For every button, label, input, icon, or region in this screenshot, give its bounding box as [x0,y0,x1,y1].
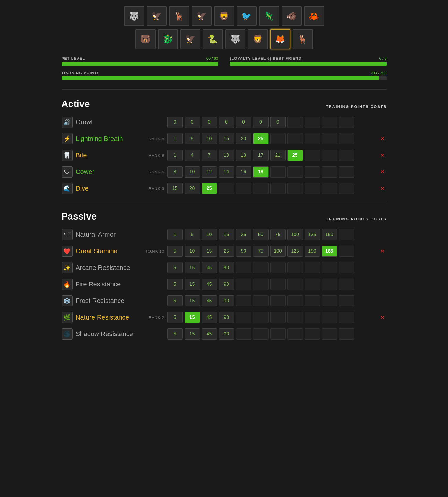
pet-icon-pet-15[interactable]: 🦁 [248,29,268,49]
cost-cell-nature-resistance-2[interactable]: 45 [202,312,217,323]
pet-icon-pet-12[interactable]: 🦅 [180,29,200,49]
cost-cell-cower-0[interactable]: 8 [167,166,183,178]
cost-cell-growl-6[interactable]: 0 [270,117,286,128]
cost-cell-nature-resistance-3[interactable]: 90 [219,312,234,323]
cost-cell-fire-resistance-0[interactable]: 5 [167,279,183,290]
pet-icon-pet-9[interactable]: 🦀 [304,6,324,26]
cost-cell-natural-armor-5[interactable]: 50 [253,229,269,240]
cost-cell-arcane-resistance-3[interactable]: 90 [219,262,234,273]
cost-cell-empty [270,166,286,178]
cost-cell-bite-7[interactable]: 25 [287,150,303,161]
pet-icon-pet-6[interactable]: 🐦 [237,6,257,26]
cost-cell-great-stamina-1[interactable]: 10 [185,246,200,257]
pet-icon-pet-7[interactable]: 🦎 [259,6,279,26]
cost-cell-natural-armor-3[interactable]: 15 [219,229,234,240]
cost-cell-fire-resistance-3[interactable]: 90 [219,279,234,290]
cost-cell-natural-armor-2[interactable]: 10 [202,229,217,240]
cost-cell-cower-5[interactable]: 18 [253,166,269,178]
cost-cell-great-stamina-7[interactable]: 125 [287,246,303,257]
cost-cell-great-stamina-4[interactable]: 50 [236,246,251,257]
cost-cell-bite-0[interactable]: 1 [167,150,183,161]
cost-cell-growl-0[interactable]: 0 [167,117,183,128]
cost-cell-bite-2[interactable]: 7 [202,150,217,161]
cost-cell-growl-1[interactable]: 0 [185,117,200,128]
cost-cell-natural-armor-0[interactable]: 1 [167,229,183,240]
cost-cell-frost-resistance-1[interactable]: 15 [185,295,200,306]
cost-cell-great-stamina-0[interactable]: 5 [167,246,183,257]
pet-icon-pet-16[interactable]: 🦊 [270,29,290,49]
cost-cell-bite-3[interactable]: 10 [219,150,234,161]
cost-cell-dive-1[interactable]: 20 [185,183,200,194]
cost-cell-natural-armor-8[interactable]: 125 [305,229,320,240]
cost-cell-cower-2[interactable]: 12 [202,166,217,178]
remove-btn-lightning-breath[interactable]: ✕ [379,135,387,143]
cost-cell-arcane-resistance-0[interactable]: 5 [167,262,183,273]
cost-cell-arcane-resistance-1[interactable]: 15 [185,262,200,273]
cost-cell-cower-1[interactable]: 10 [185,166,200,178]
cost-cell-lightning-breath-2[interactable]: 10 [202,133,217,144]
cost-cell-fire-resistance-2[interactable]: 45 [202,279,217,290]
cost-cell-bite-6[interactable]: 21 [270,150,286,161]
cost-cell-lightning-breath-0[interactable]: 1 [167,133,183,144]
passive-cost-header: TRAINING POINTS COSTS [326,217,386,221]
cost-cell-growl-5[interactable]: 0 [253,117,269,128]
pet-selector: 🐺🦅🦌🦅🦁🐦🦎🐗🦀 🐻🐉🦅🐍🐺🦁🦊🦌 [62,6,387,49]
cost-cell-growl-2[interactable]: 0 [202,117,217,128]
cost-cell-lightning-breath-4[interactable]: 20 [236,133,251,144]
cost-cell-great-stamina-3[interactable]: 25 [219,246,234,257]
cost-cell-lightning-breath-5[interactable]: 25 [253,133,269,144]
cost-cell-dive-0[interactable]: 15 [167,183,183,194]
cost-cell-bite-1[interactable]: 4 [185,150,200,161]
cost-cell-nature-resistance-1[interactable]: 15 [185,312,200,323]
pet-icon-pet-10[interactable]: 🐻 [135,29,156,49]
cost-cell-great-stamina-2[interactable]: 15 [202,246,217,257]
cost-cell-great-stamina-6[interactable]: 100 [270,246,286,257]
cost-cell-growl-3[interactable]: 0 [219,117,234,128]
pet-icon-pet-4[interactable]: 🦅 [192,6,212,26]
cost-cell-shadow-resistance-3[interactable]: 90 [219,328,234,340]
pet-icon-pet-17[interactable]: 🦌 [293,29,313,49]
pet-icon-pet-1[interactable]: 🐺 [124,6,144,26]
cost-cell-arcane-resistance-2[interactable]: 45 [202,262,217,273]
pet-icon-pet-13[interactable]: 🐍 [203,29,223,49]
cost-cell-natural-armor-1[interactable]: 5 [185,229,200,240]
cost-cell-natural-armor-6[interactable]: 75 [270,229,286,240]
cost-cell-lightning-breath-1[interactable]: 5 [185,133,200,144]
cost-cell-nature-resistance-0[interactable]: 5 [167,312,183,323]
cost-cell-growl-4[interactable]: 0 [236,117,251,128]
cost-cell-empty [322,312,337,323]
cost-cell-frost-resistance-0[interactable]: 5 [167,295,183,306]
cost-cell-natural-armor-4[interactable]: 25 [236,229,251,240]
cost-cell-shadow-resistance-0[interactable]: 5 [167,328,183,340]
remove-btn-bite[interactable]: ✕ [379,151,387,159]
remove-btn-nature-resistance[interactable]: ✕ [379,313,387,322]
cost-cell-shadow-resistance-1[interactable]: 15 [185,328,200,340]
active-cost-header: TRAINING POINTS COSTS [326,104,386,109]
pet-icon-pet-14[interactable]: 🐺 [225,29,245,49]
cost-cell-frost-resistance-2[interactable]: 45 [202,295,217,306]
stats-section: PET LEVEL 60 / 60 (LOYALTY LEVEL 6) BEST… [62,56,387,80]
remove-btn-cower[interactable]: ✕ [379,168,387,176]
cost-cell-cower-4[interactable]: 16 [236,166,251,178]
pet-icon-pet-3[interactable]: 🦌 [169,6,189,26]
pet-icon-pet-11[interactable]: 🐉 [158,29,178,49]
cost-cell-frost-resistance-3[interactable]: 90 [219,295,234,306]
cost-cell-great-stamina-8[interactable]: 150 [305,246,320,257]
pet-icon-pet-5[interactable]: 🦁 [214,6,234,26]
pet-icon-pet-2[interactable]: 🦅 [147,6,167,26]
cost-cell-fire-resistance-1[interactable]: 15 [185,279,200,290]
cost-cell-bite-5[interactable]: 17 [253,150,269,161]
cost-cell-lightning-breath-3[interactable]: 15 [219,133,234,144]
remove-btn-great-stamina[interactable]: ✕ [379,247,387,255]
cost-cell-bite-4[interactable]: 13 [236,150,251,161]
cost-cell-shadow-resistance-2[interactable]: 45 [202,328,217,340]
cost-cell-dive-2[interactable]: 25 [202,183,217,194]
cost-cell-empty [253,183,269,194]
cost-cell-cower-3[interactable]: 14 [219,166,234,178]
cost-cell-great-stamina-9[interactable]: 185 [322,246,337,257]
cost-cell-natural-armor-7[interactable]: 100 [287,229,303,240]
remove-btn-dive[interactable]: ✕ [379,184,387,193]
cost-cell-great-stamina-5[interactable]: 75 [253,246,269,257]
pet-icon-pet-8[interactable]: 🐗 [282,6,302,26]
cost-cell-natural-armor-9[interactable]: 150 [322,229,337,240]
